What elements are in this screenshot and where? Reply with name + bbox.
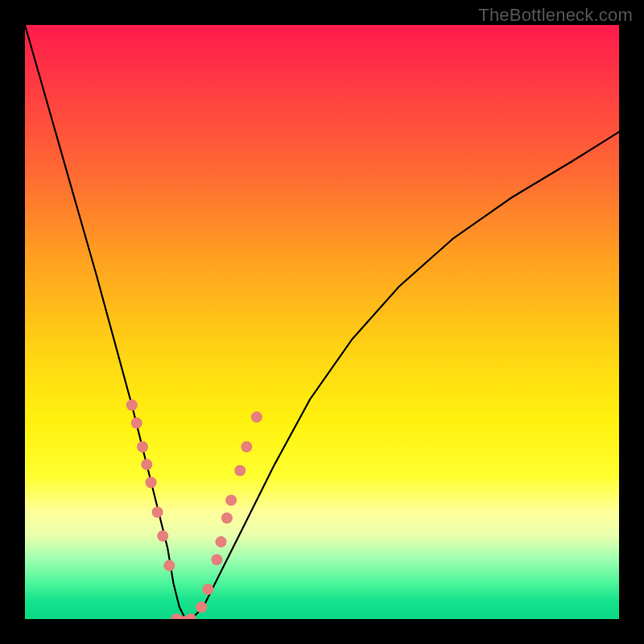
marker-layer bbox=[126, 399, 262, 619]
marker-dot-right bbox=[241, 441, 252, 452]
marker-dot-left bbox=[126, 399, 138, 411]
marker-dot-left bbox=[131, 418, 142, 429]
marker-dot-right bbox=[216, 536, 227, 547]
marker-dot-left bbox=[141, 459, 152, 470]
curve-layer bbox=[25, 25, 619, 619]
marker-dot-left bbox=[152, 506, 163, 518]
marker-dot-left bbox=[146, 477, 157, 488]
marker-dot-left bbox=[157, 530, 168, 542]
marker-dot-left bbox=[137, 441, 148, 452]
marker-dot-right bbox=[211, 554, 222, 565]
marker-dot-bottom bbox=[185, 613, 196, 619]
marker-dot-left bbox=[163, 560, 175, 572]
marker-dot-right bbox=[202, 584, 213, 595]
chart-plot-area bbox=[25, 25, 619, 619]
chart-frame: TheBottleneck.com bbox=[0, 0, 644, 644]
marker-dot-right bbox=[225, 494, 237, 506]
bottleneck-curve bbox=[25, 25, 619, 619]
watermark-text: TheBottleneck.com bbox=[478, 5, 633, 26]
marker-dot-right bbox=[221, 513, 233, 524]
marker-dot-right bbox=[196, 601, 207, 613]
marker-dot-right bbox=[234, 465, 246, 477]
chart-svg bbox=[25, 25, 619, 619]
marker-dot-right bbox=[251, 411, 262, 423]
